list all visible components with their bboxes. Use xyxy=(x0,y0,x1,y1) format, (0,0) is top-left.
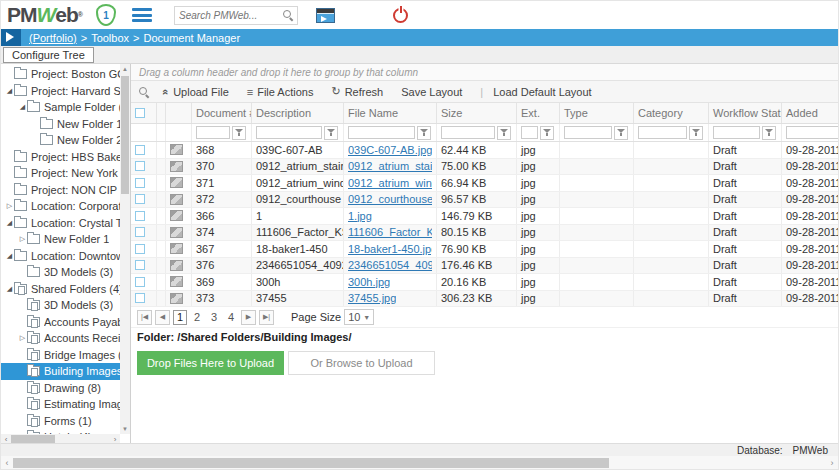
tree-item[interactable]: Project: Boston GC xyxy=(1,66,120,83)
tree-item[interactable]: ◢Sample Folder (1) xyxy=(1,99,120,116)
filter-input-added[interactable] xyxy=(786,126,838,139)
filter-funnel-icon[interactable] xyxy=(762,126,776,140)
image-thumbnail-icon[interactable] xyxy=(170,276,183,287)
expander-closed-icon[interactable]: ▷ xyxy=(18,334,27,342)
load-default-layout-button[interactable]: Load Default Layout xyxy=(493,86,591,98)
table-row[interactable]: 3710912_atrium_window0912_atrium_window.… xyxy=(131,175,838,192)
row-checkbox[interactable] xyxy=(135,178,145,188)
logout-power-icon[interactable] xyxy=(393,8,408,23)
search-input[interactable] xyxy=(175,10,283,21)
file-name-link[interactable]: 0912_atrium_stairs.jpg xyxy=(348,160,432,172)
tree-item[interactable]: Bridge Images (7) xyxy=(1,347,120,364)
scroll-right-icon[interactable]: › xyxy=(826,458,838,468)
filter-input-size[interactable] xyxy=(441,126,495,139)
image-thumbnail-icon[interactable] xyxy=(170,144,183,155)
page-number-4[interactable]: 4 xyxy=(224,310,238,325)
file-actions-button[interactable]: ≡File Actions xyxy=(247,86,314,98)
refresh-button[interactable]: ↻Refresh xyxy=(331,85,383,98)
file-name-link[interactable]: 300h.jpg xyxy=(348,276,390,288)
group-by-drop-zone[interactable]: Drag a column header and drop it here to… xyxy=(131,64,838,81)
select-all-checkbox[interactable] xyxy=(135,108,145,118)
tree-item[interactable]: ◢Project: Harvard Square Stat xyxy=(1,83,120,100)
tree-item[interactable]: ▷Location: Corporate Office xyxy=(1,198,120,215)
tree-item[interactable]: Forms (1) xyxy=(1,413,120,430)
column-header-desc[interactable]: Description xyxy=(252,103,344,123)
filter-input-desc[interactable] xyxy=(256,126,322,139)
first-page-button[interactable]: |◀ xyxy=(137,310,152,325)
filter-input-category[interactable] xyxy=(638,126,687,139)
row-checkbox[interactable] xyxy=(135,227,145,237)
file-name-link[interactable]: 1.jpg xyxy=(348,210,372,222)
filter-input-status[interactable] xyxy=(713,126,760,139)
menu-icon[interactable] xyxy=(132,8,152,22)
filter-funnel-icon[interactable] xyxy=(614,126,628,140)
page-horizontal-scrollbar[interactable]: ‹ › xyxy=(1,456,838,469)
expander-open-icon[interactable]: ◢ xyxy=(5,252,14,260)
row-checkbox[interactable] xyxy=(135,211,145,221)
scroll-down-icon[interactable]: ▼ xyxy=(120,424,130,434)
tree-item[interactable]: 3D Models (3) xyxy=(1,297,120,314)
table-row[interactable]: 3733745537455.jpg306.23 KBjpgDraft09-28-… xyxy=(131,291,838,308)
tree-item[interactable]: ◢Shared Folders (4) xyxy=(1,281,120,298)
row-checkbox[interactable] xyxy=(135,244,145,254)
table-row[interactable]: 374111606_Factor_KS_265111606_Factor_KS_… xyxy=(131,225,838,242)
image-thumbnail-icon[interactable] xyxy=(170,293,183,304)
column-header-ext[interactable]: Ext. xyxy=(517,103,560,123)
tree-item[interactable]: Project: NON CIP Developm xyxy=(1,182,120,199)
upload-file-button[interactable]: «Upload File xyxy=(163,86,229,98)
filter-input-type[interactable] xyxy=(564,126,612,139)
filter-funnel-icon[interactable] xyxy=(497,126,511,140)
next-page-button[interactable]: ▶ xyxy=(241,310,256,325)
table-row[interactable]: 3720912_courthouse0912_courthouse.jpg96.… xyxy=(131,192,838,209)
column-header-size[interactable]: Size xyxy=(437,103,517,123)
column-header-type[interactable]: Type xyxy=(560,103,634,123)
last-page-button[interactable]: ▶| xyxy=(259,310,274,325)
expander-open-icon[interactable]: ◢ xyxy=(5,285,14,293)
row-checkbox[interactable] xyxy=(135,145,145,155)
column-header-category[interactable]: Category xyxy=(634,103,709,123)
filter-funnel-icon[interactable] xyxy=(232,126,246,140)
row-checkbox[interactable] xyxy=(135,194,145,204)
grid-search-icon[interactable] xyxy=(139,87,149,97)
row-checkbox[interactable] xyxy=(135,277,145,287)
drop-files-zone[interactable]: Drop Files Here to Upload xyxy=(137,351,284,375)
tree-item[interactable]: Drawing (8) xyxy=(1,380,120,397)
expander-open-icon[interactable]: ◢ xyxy=(18,103,27,111)
page-number-3[interactable]: 3 xyxy=(207,310,221,325)
image-thumbnail-icon[interactable] xyxy=(170,177,183,188)
tree-item[interactable]: ▷New Folder 1 xyxy=(1,231,120,248)
expander-closed-icon[interactable]: ▷ xyxy=(5,202,14,210)
column-header-status[interactable]: Workflow Status xyxy=(709,103,782,123)
page-number-1[interactable]: 1 xyxy=(173,310,187,325)
filter-input-file[interactable] xyxy=(348,126,415,139)
filter-funnel-icon[interactable] xyxy=(540,126,554,140)
image-thumbnail-icon[interactable] xyxy=(170,243,183,254)
tree-item[interactable]: New Folder 2 (1) xyxy=(1,132,120,149)
image-thumbnail-icon[interactable] xyxy=(170,161,183,172)
scroll-up-icon[interactable]: ▲ xyxy=(120,64,130,74)
tree-item[interactable]: Accounts Payable xyxy=(1,314,120,331)
file-name-link[interactable]: 0912_atrium_window.jpg xyxy=(348,177,432,189)
tree-item[interactable]: 3D Models (3) xyxy=(1,264,120,281)
image-thumbnail-icon[interactable] xyxy=(170,194,183,205)
file-name-link[interactable]: 18-baker1-450.jpg xyxy=(348,243,432,255)
file-name-link[interactable]: 37455.jpg xyxy=(348,292,396,304)
expander-open-icon[interactable]: ◢ xyxy=(5,219,14,227)
image-thumbnail-icon[interactable] xyxy=(170,227,183,238)
filter-input-ext[interactable] xyxy=(521,126,538,139)
tree-item[interactable]: Building Images (33) xyxy=(1,363,120,380)
column-header-doc[interactable]: Document # xyxy=(192,103,252,123)
image-thumbnail-icon[interactable] xyxy=(170,210,183,221)
file-name-link[interactable]: 0912_courthouse.jpg xyxy=(348,193,432,205)
page-hscroll-thumb[interactable] xyxy=(13,458,609,468)
scroll-left-icon[interactable]: ‹ xyxy=(1,458,13,468)
browse-to-upload-button[interactable]: Or Browse to Upload xyxy=(288,351,435,375)
table-row[interactable]: 36611.jpg146.79 KBjpgDraft09-28-2011 8:4… xyxy=(131,208,838,225)
file-name-link[interactable]: 111606_Factor_KS_265.jpg xyxy=(348,226,432,238)
page-number-2[interactable]: 2 xyxy=(190,310,204,325)
notification-shield-icon[interactable]: 1 xyxy=(96,4,116,26)
column-header-added[interactable]: Added xyxy=(782,103,838,123)
expander-open-icon[interactable]: ◢ xyxy=(5,87,14,95)
video-help-icon[interactable] xyxy=(316,8,335,23)
row-checkbox[interactable] xyxy=(135,293,145,303)
